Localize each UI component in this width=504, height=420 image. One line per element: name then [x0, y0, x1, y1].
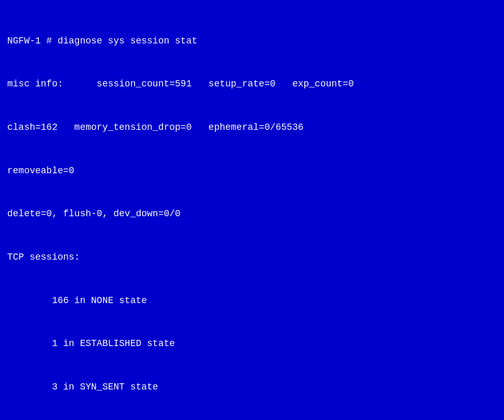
terminal-output: NGFW-1 # diagnose sys session stat misc …	[0, 0, 504, 420]
line-2: misc info: session_count=591 setup_rate=…	[7, 77, 497, 92]
line-9: 3 in SYN_SENT state	[7, 380, 497, 395]
line-4: removeable=0	[7, 164, 497, 178]
line-1: NGFW-1 # diagnose sys session stat	[7, 34, 497, 49]
line-3: clash=162 memory_tension_drop=0 ephemera…	[7, 121, 497, 135]
line-8: 1 in ESTABLISHED state	[7, 337, 497, 351]
line-7: 166 in NONE state	[7, 294, 497, 308]
line-6: TCP sessions:	[7, 250, 497, 265]
line-5: delete=0, flush-0, dev_down=0/0	[7, 207, 497, 221]
